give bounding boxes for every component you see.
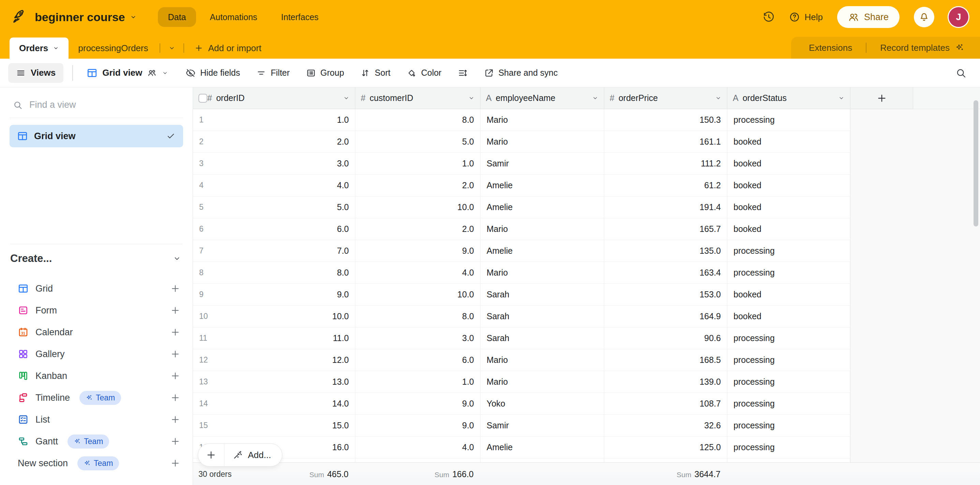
sidebar-create-timeline[interactable]: TimelineTeam	[10, 387, 183, 409]
cell-employeeName[interactable]: Amelie	[480, 196, 604, 218]
cell-orderID[interactable]: 1313.0	[193, 371, 355, 393]
cell-orderStatus[interactable]: booked	[727, 175, 850, 196]
plus-icon[interactable]	[170, 305, 180, 315]
cell-orderID[interactable]: 1010.0	[193, 305, 355, 327]
cell-employeeName[interactable]: Samir	[480, 415, 604, 436]
nav-tab-automations[interactable]: Automations	[199, 7, 267, 27]
notifications-button[interactable]	[914, 7, 934, 27]
chevron-down-icon[interactable]	[162, 45, 181, 51]
sidebar-item-grid-view[interactable]: Grid view	[10, 125, 183, 147]
search-icon[interactable]	[955, 68, 972, 78]
cell-customerID[interactable]: 10.0	[355, 284, 480, 305]
cell-orderPrice[interactable]: 168.5	[604, 349, 727, 371]
select-all-checkbox[interactable]	[199, 94, 207, 103]
cell-orderStatus[interactable]: booked	[727, 305, 850, 327]
cell-orderStatus[interactable]: processing	[727, 349, 850, 371]
chevron-down-icon[interactable]	[130, 14, 137, 21]
record-templates-button[interactable]: Record templates	[880, 43, 964, 53]
cell-employeeName[interactable]: Mario	[480, 371, 604, 393]
cell-employeeName[interactable]: Mario	[480, 349, 604, 371]
cell-orderStatus[interactable]: booked	[727, 153, 850, 174]
plus-icon[interactable]	[170, 436, 180, 447]
summary-sum-orderPrice[interactable]: Sum3644.7	[193, 469, 721, 479]
cell-employeeName[interactable]: Sarah	[480, 305, 604, 327]
toolbar-filter-button[interactable]: Filter	[250, 64, 296, 83]
cell-customerID[interactable]: 10.0	[355, 196, 480, 218]
cell-orderPrice[interactable]: 191.4	[604, 196, 727, 218]
cell-employeeName[interactable]: Mario	[480, 218, 604, 240]
cell-orderPrice[interactable]: 164.9	[604, 305, 727, 327]
cell-orderStatus[interactable]: processing	[727, 262, 850, 283]
sidebar-create-new-section[interactable]: New sectionTeam	[10, 452, 183, 474]
cell-orderPrice[interactable]: 111.2	[604, 153, 727, 174]
cell-orderID[interactable]: 99.0	[193, 284, 355, 305]
add-field-button[interactable]	[850, 87, 913, 109]
plus-icon[interactable]	[170, 283, 180, 294]
cell-orderPrice[interactable]: 163.4	[604, 262, 727, 283]
plus-icon[interactable]	[170, 371, 180, 381]
sidebar-create-grid[interactable]: Grid	[10, 278, 183, 299]
plus-icon[interactable]	[170, 458, 180, 468]
cell-orderStatus[interactable]: processing	[727, 371, 850, 393]
cell-customerID[interactable]: 2.0	[355, 175, 480, 196]
cell-customerID[interactable]: 4.0	[355, 262, 480, 283]
cell-orderPrice[interactable]: 153.0	[604, 284, 727, 305]
cell-customerID[interactable]: 8.0	[355, 109, 480, 130]
cell-employeeName[interactable]: Yoko	[480, 393, 604, 414]
toolbar-color-button[interactable]: Color	[400, 64, 448, 83]
cell-orderStatus[interactable]: processing	[727, 240, 850, 262]
cell-orderID[interactable]: 55.0	[193, 196, 355, 218]
cell-orderPrice[interactable]: 161.1	[604, 131, 727, 153]
history-icon[interactable]	[762, 11, 775, 23]
cell-employeeName[interactable]: Mario	[480, 262, 604, 283]
cell-orderID[interactable]: 1111.0	[193, 328, 355, 349]
find-view-input[interactable]	[29, 100, 180, 110]
share-button[interactable]: Share	[837, 6, 899, 28]
cell-orderPrice[interactable]: 150.3	[604, 109, 727, 130]
cell-orderPrice[interactable]: 165.7	[604, 218, 727, 240]
chevron-down-icon[interactable]	[468, 95, 475, 101]
cell-employeeName[interactable]: Samir	[480, 153, 604, 174]
cell-customerID[interactable]: 8.0	[355, 305, 480, 327]
cell-orderStatus[interactable]: processing	[727, 415, 850, 436]
cell-orderStatus[interactable]: booked	[727, 196, 850, 218]
table-tab-orders[interactable]: Orders	[10, 38, 68, 59]
cell-orderID[interactable]: 88.0	[193, 262, 355, 283]
cell-orderStatus[interactable]: booked	[727, 131, 850, 153]
cell-orderStatus[interactable]: processing	[727, 109, 850, 130]
base-title[interactable]: beginner course	[35, 11, 125, 24]
cell-employeeName[interactable]: Mario	[480, 131, 604, 153]
cell-orderStatus[interactable]: booked	[727, 284, 850, 305]
cell-orderID[interactable]: 11.0	[193, 109, 355, 130]
chevron-down-icon[interactable]	[838, 95, 845, 101]
cell-customerID[interactable]: 4.0	[355, 437, 480, 458]
cell-customerID[interactable]: 9.0	[355, 415, 480, 436]
create-header[interactable]: Create...	[10, 251, 181, 266]
cell-customerID[interactable]: 1.0	[355, 153, 480, 174]
cell-orderID[interactable]: 33.0	[193, 153, 355, 174]
cell-orderID[interactable]: 22.0	[193, 131, 355, 153]
plus-icon[interactable]	[170, 414, 180, 425]
column-header-orderID[interactable]: #orderID	[193, 87, 355, 109]
nav-tab-interfaces[interactable]: Interfaces	[271, 7, 329, 27]
cell-orderPrice[interactable]: 108.7	[604, 393, 727, 414]
nav-tab-data[interactable]: Data	[158, 7, 196, 27]
cell-orderID[interactable]: 1515.0	[193, 415, 355, 436]
sidebar-create-calendar[interactable]: 31Calendar	[10, 321, 183, 343]
plus-icon[interactable]	[170, 393, 180, 403]
sidebar-create-gallery[interactable]: Gallery	[10, 343, 183, 365]
cell-orderID[interactable]: 1414.0	[193, 393, 355, 414]
cell-customerID[interactable]: 6.0	[355, 349, 480, 371]
sidebar-create-form[interactable]: Form	[10, 299, 183, 321]
cell-employeeName[interactable]: Amelie	[480, 175, 604, 196]
cell-employeeName[interactable]: Amelie	[480, 240, 604, 262]
add-record-button[interactable]	[198, 444, 224, 466]
cell-orderPrice[interactable]: 135.0	[604, 240, 727, 262]
toolbar-group-button[interactable]: Group	[299, 64, 350, 83]
views-button[interactable]: Views	[8, 63, 64, 83]
toolbar-sort-button[interactable]: Sort	[353, 64, 397, 83]
cell-orderStatus[interactable]: booked	[727, 218, 850, 240]
cell-orderStatus[interactable]: processing	[727, 328, 850, 349]
cell-employeeName[interactable]: Mario	[480, 109, 604, 130]
toolbar-row-height-button[interactable]	[451, 64, 474, 83]
